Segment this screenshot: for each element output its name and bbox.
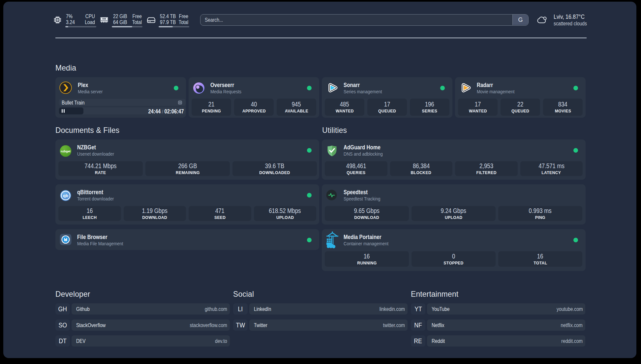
svg-text:qb: qb [63,193,69,198]
svg-text:nzbget: nzbget [61,150,71,153]
